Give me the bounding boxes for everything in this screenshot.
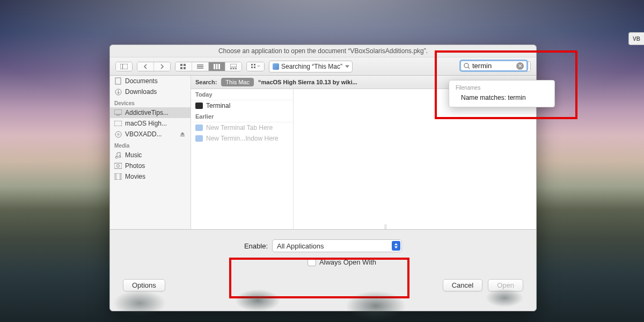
preview-column	[294, 89, 536, 229]
location-popup[interactable]: Searching “This Mac”	[269, 61, 353, 72]
svg-rect-3	[184, 64, 186, 66]
sidebar-item-label: Downloads	[125, 88, 157, 96]
sidebar-section-media: Media	[110, 140, 191, 150]
group-icon	[251, 64, 260, 69]
svg-rect-0	[120, 64, 128, 69]
view-mode-group	[175, 62, 242, 71]
group-by-button[interactable]	[247, 62, 264, 71]
finder-toolbar: Searching “This Mac” termin ✕	[110, 57, 536, 76]
svg-rect-19	[254, 67, 255, 68]
always-open-label: Always Open With	[319, 258, 376, 266]
always-open-checkbox[interactable]	[308, 258, 316, 266]
sidebar-item-downloads[interactable]: Downloads	[110, 86, 191, 97]
sidebar-item-label: Movies	[125, 173, 145, 180]
sidebar-item-label: Photos	[125, 162, 145, 170]
sidebar-item-computer[interactable]: AddictiveTips...	[110, 107, 191, 118]
dialog-titlebar: Choose an application to open the docume…	[110, 45, 536, 57]
result-new-terminal-window: New Termin...Indow Here	[191, 133, 293, 144]
sidebar-item-photos[interactable]: Photos	[110, 160, 191, 171]
suggestion-name-matches[interactable]: Name matches: termin	[449, 92, 554, 104]
document-icon	[114, 77, 122, 85]
hd-icon	[114, 120, 122, 127]
group-header-today: Today	[191, 89, 293, 100]
svg-rect-16	[251, 64, 253, 65]
svg-rect-28	[114, 109, 122, 114]
forward-button[interactable]	[154, 62, 170, 71]
svg-rect-17	[254, 64, 255, 65]
group-by-group	[246, 62, 265, 71]
suggestions-section-header: Filenames	[449, 84, 554, 92]
columns-icon	[214, 64, 220, 69]
sidebar-item-label: VBOXADD...	[125, 130, 175, 138]
chevron-left-icon	[143, 64, 148, 69]
sidebar-section-devices: Devices	[110, 97, 191, 107]
result-new-terminal-tab: New Terminal Tab Here	[191, 122, 293, 133]
svg-rect-12	[230, 64, 237, 67]
svg-rect-18	[251, 67, 253, 68]
scope-current-folder[interactable]: “macOS High Sierra 10.13 by wiki...	[258, 79, 357, 85]
result-terminal[interactable]: Terminal	[191, 100, 293, 111]
eject-icon[interactable]	[179, 130, 186, 138]
enable-select[interactable]: All Applications	[272, 239, 402, 252]
result-label: New Terminal Tab Here	[206, 124, 273, 131]
sidebar-item-documents[interactable]: Documents	[110, 76, 191, 86]
location-label: Searching “This Mac”	[281, 63, 342, 70]
results-column[interactable]: Today Terminal Earlier New Terminal Tab …	[191, 89, 294, 229]
svg-point-32	[118, 134, 119, 135]
svg-point-31	[115, 131, 121, 137]
options-button[interactable]: Options	[123, 279, 165, 291]
cancel-button[interactable]: Cancel	[443, 279, 482, 291]
svg-point-23	[464, 63, 469, 68]
enable-value: All Applications	[277, 242, 324, 250]
desktop-background: VB V Choose an application to open the d…	[0, 0, 644, 322]
column-resize-handle[interactable]: ||	[384, 224, 390, 229]
sidebar-item-label: Music	[125, 151, 142, 159]
terminal-app-icon	[195, 103, 203, 109]
scope-this-mac[interactable]: This Mac	[221, 78, 254, 86]
sidebar-toggle-group	[115, 62, 133, 71]
sidebar-item-vboxadd[interactable]: VBOXADD...	[110, 129, 191, 140]
sidebar-item-music[interactable]: Music	[110, 150, 191, 160]
svg-rect-13	[230, 68, 232, 69]
svg-rect-9	[214, 64, 215, 69]
search-icon	[464, 63, 470, 69]
gallery-icon	[230, 64, 237, 69]
workflow-icon	[195, 125, 203, 131]
sidebar-item-movies[interactable]: Movies	[110, 171, 191, 182]
enable-label: Enable:	[244, 242, 268, 250]
movies-icon	[114, 173, 122, 180]
select-arrows-icon	[392, 241, 400, 251]
search-field[interactable]: termin ✕	[459, 60, 528, 72]
back-button[interactable]	[137, 62, 154, 71]
svg-rect-15	[235, 68, 237, 69]
column-view: Today Terminal Earlier New Terminal Tab …	[191, 89, 536, 229]
list-view-button[interactable]	[192, 62, 209, 71]
offscreen-window-tab[interactable]: VB	[628, 32, 644, 45]
group-header-earlier: Earlier	[191, 111, 293, 122]
clear-search-button[interactable]: ✕	[516, 62, 524, 70]
list-icon	[197, 64, 203, 69]
svg-line-24	[468, 67, 470, 69]
svg-rect-34	[180, 136, 185, 137]
grid-icon	[180, 64, 187, 69]
svg-point-38	[117, 165, 120, 167]
search-query: termin	[472, 62, 514, 70]
svg-rect-10	[216, 64, 218, 69]
dialog-footer: Enable: All Applications Always Open Wit…	[110, 230, 536, 299]
sidebar-item-macos-hd[interactable]: macOS High...	[110, 118, 191, 129]
svg-marker-33	[180, 132, 185, 135]
display-icon	[114, 109, 122, 116]
svg-rect-25	[115, 78, 121, 84]
chevron-right-icon	[160, 64, 164, 69]
photos-icon	[114, 162, 122, 170]
workflow-icon	[195, 135, 203, 142]
open-button[interactable]: Open	[488, 279, 523, 291]
icon-view-button[interactable]	[175, 62, 192, 71]
dialog-title: Choose an application to open the docume…	[218, 47, 428, 55]
svg-rect-37	[114, 163, 122, 169]
sidebar-item-label: macOS High...	[125, 120, 167, 127]
sidebar-toggle-button[interactable]	[116, 62, 132, 71]
gallery-view-button[interactable]	[225, 62, 241, 71]
column-view-button[interactable]	[209, 62, 225, 71]
nav-group	[137, 62, 171, 71]
